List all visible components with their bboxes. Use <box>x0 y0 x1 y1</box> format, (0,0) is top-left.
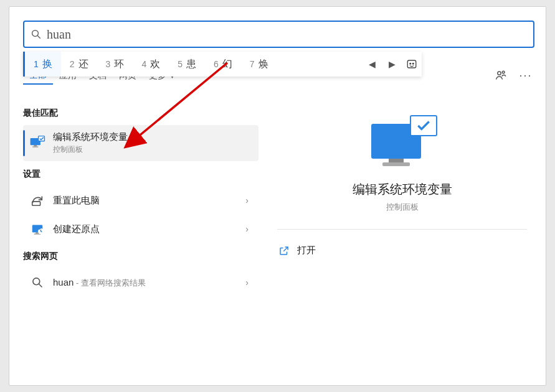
reset-icon <box>29 192 45 208</box>
ime-num: 4 <box>141 59 146 69</box>
result-title: huan - 查看网络搜索结果 <box>53 277 146 289</box>
ime-char: 换 <box>42 58 52 71</box>
svg-point-3 <box>410 63 411 64</box>
svg-point-16 <box>33 278 40 285</box>
result-edit-env-vars[interactable]: 编辑系统环境变量 控制面板 <box>23 125 259 161</box>
more-options-icon[interactable]: ··· <box>517 67 534 84</box>
search-icon <box>31 29 42 40</box>
svg-rect-9 <box>32 146 39 147</box>
web-suffix-text: - 查看网络搜索结果 <box>74 278 146 287</box>
result-title: 重置此电脑 <box>53 195 100 207</box>
ime-num: 3 <box>106 59 111 69</box>
section-settings: 设置 <box>23 169 259 180</box>
result-title: 创建还原点 <box>53 223 100 235</box>
ime-num: 7 <box>250 59 255 69</box>
monitor-icon <box>29 135 45 151</box>
open-label: 打开 <box>297 245 316 256</box>
search-box[interactable] <box>23 21 534 48</box>
ime-char: 环 <box>114 58 124 71</box>
svg-rect-11 <box>32 202 40 205</box>
ime-char: 欢 <box>150 58 160 71</box>
ime-num: 2 <box>70 59 75 69</box>
ime-candidate-2[interactable]: 2 还 <box>61 52 97 77</box>
ime-candidate-5[interactable]: 5 患 <box>169 52 205 77</box>
ime-char: 患 <box>186 58 196 71</box>
preview-subtitle: 控制面板 <box>277 202 527 213</box>
svg-line-1 <box>37 35 40 39</box>
ime-char: 还 <box>78 58 88 71</box>
ime-num: 1 <box>34 59 39 69</box>
preview-title: 编辑系统环境变量 <box>277 181 527 198</box>
ime-candidate-1[interactable]: 1 换 <box>23 52 61 77</box>
ime-candidate-3[interactable]: 3 环 <box>97 52 133 77</box>
ime-prev-icon[interactable]: ◀ <box>362 54 382 74</box>
ime-candidate-4[interactable]: 4 欢 <box>133 52 169 77</box>
search-icon <box>29 274 45 291</box>
result-restore-point[interactable]: 创建还原点 › <box>23 215 259 243</box>
search-window: 1 换 2 还 3 环 4 欢 5 患 6 幻 7 焕 ◀ ▶ <box>9 6 546 386</box>
preview-app-icon <box>365 115 440 171</box>
ime-num: 6 <box>214 59 219 69</box>
ime-num: 5 <box>178 59 183 69</box>
section-search-web: 搜索网页 <box>23 251 259 262</box>
result-reset-pc[interactable]: 重置此电脑 › <box>23 186 259 215</box>
result-subtitle: 控制面板 <box>53 144 128 155</box>
svg-rect-8 <box>34 145 37 146</box>
result-web-search[interactable]: huan - 查看网络搜索结果 › <box>23 268 259 297</box>
search-input[interactable] <box>47 27 527 42</box>
web-query-text: huan <box>53 277 74 287</box>
divider <box>277 229 527 230</box>
results-panel: 最佳匹配 编辑系统环境变量 控制面板 设置 <box>9 94 259 385</box>
account-icon[interactable] <box>492 67 510 84</box>
svg-rect-10 <box>39 136 45 141</box>
svg-line-17 <box>39 284 42 287</box>
ime-emoji-icon[interactable] <box>402 54 422 74</box>
section-best-match: 最佳匹配 <box>23 108 259 119</box>
svg-point-0 <box>32 30 39 37</box>
ime-candidate-6[interactable]: 6 幻 <box>205 52 241 77</box>
ime-candidate-bar: 1 换 2 还 3 环 4 欢 5 患 6 幻 7 焕 ◀ ▶ <box>23 52 422 77</box>
open-action[interactable]: 打开 <box>277 241 527 260</box>
ime-char: 焕 <box>259 58 268 71</box>
ime-nav: ◀ ▶ <box>362 54 422 74</box>
result-title: 编辑系统环境变量 <box>53 131 128 143</box>
ime-candidate-7[interactable]: 7 焕 <box>241 52 277 77</box>
ime-char: 幻 <box>222 58 232 71</box>
chevron-right-icon: › <box>245 224 252 234</box>
svg-point-4 <box>412 63 414 64</box>
svg-point-5 <box>498 72 501 75</box>
open-external-icon <box>278 245 290 256</box>
ime-next-icon[interactable]: ▶ <box>382 54 402 74</box>
svg-point-6 <box>502 71 505 73</box>
chevron-right-icon: › <box>245 195 252 205</box>
restore-point-icon <box>29 221 45 237</box>
preview-panel: 编辑系统环境变量 控制面板 打开 <box>259 94 546 385</box>
chevron-right-icon: › <box>245 278 252 287</box>
